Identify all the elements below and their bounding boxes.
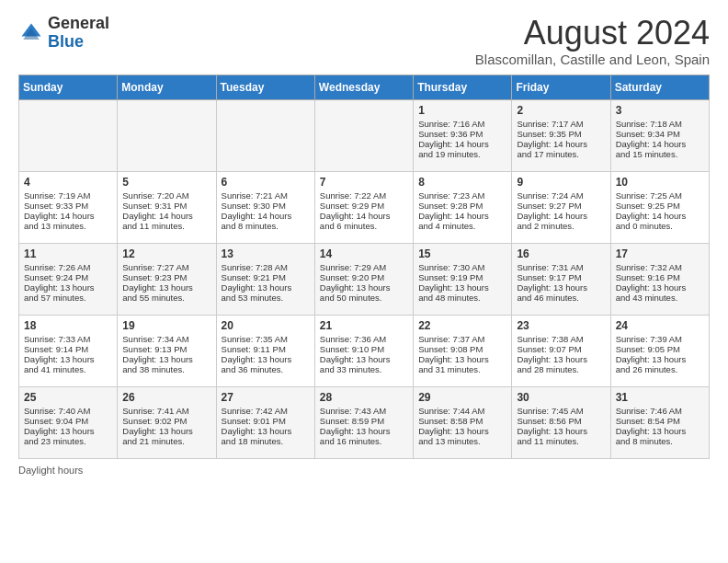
- logo-blue-text: Blue: [48, 33, 109, 52]
- day-info-line: Daylight: 13 hours: [222, 282, 311, 293]
- day-info-line: Daylight: 14 hours: [320, 211, 409, 221]
- day-info-line: Sunrise: 7:38 AM: [517, 334, 606, 344]
- calendar-cell: 9Sunrise: 7:24 AMSunset: 9:27 PMDaylight…: [512, 171, 610, 243]
- day-info-line: Sunrise: 7:22 AM: [320, 190, 409, 201]
- page: General Blue August 2024 Blascomillan, C…: [0, 0, 728, 485]
- day-info-line: Daylight: 13 hours: [320, 426, 409, 436]
- day-info-line: Sunset: 9:28 PM: [418, 201, 507, 211]
- daylight-label: Daylight hours: [18, 465, 83, 476]
- day-info-line: Sunset: 9:23 PM: [122, 272, 211, 282]
- day-number: 19: [122, 319, 211, 332]
- day-info-line: Sunrise: 7:34 AM: [122, 334, 211, 344]
- day-info-line: Daylight: 13 hours: [24, 426, 113, 436]
- logo-general-text: General: [48, 15, 109, 33]
- day-number: 9: [517, 176, 606, 189]
- day-info-line: Daylight: 13 hours: [517, 354, 606, 364]
- day-info-line: and 33 minutes.: [320, 364, 409, 374]
- calendar-cell: 29Sunrise: 7:44 AMSunset: 8:58 PMDayligh…: [414, 386, 512, 458]
- day-info-line: Sunrise: 7:21 AM: [222, 190, 311, 201]
- calendar-cell: 28Sunrise: 7:43 AMSunset: 8:59 PMDayligh…: [314, 386, 413, 458]
- calendar-cell: 31Sunrise: 7:46 AMSunset: 8:54 PMDayligh…: [610, 386, 709, 458]
- calendar-cell: 18Sunrise: 7:33 AMSunset: 9:14 PMDayligh…: [19, 315, 118, 386]
- day-info-line: and 38 minutes.: [122, 364, 211, 374]
- day-info-line: and 23 minutes.: [24, 436, 113, 446]
- day-info-line: Sunrise: 7:23 AM: [418, 190, 507, 201]
- logo-icon: [18, 20, 44, 46]
- day-info-line: Sunset: 9:01 PM: [222, 416, 311, 426]
- day-info-line: and 31 minutes.: [418, 364, 507, 374]
- day-info-line: and 41 minutes.: [24, 364, 113, 374]
- day-number: 16: [517, 247, 606, 260]
- calendar-day-header: Wednesday: [314, 75, 413, 99]
- calendar-cell: 26Sunrise: 7:41 AMSunset: 9:02 PMDayligh…: [118, 386, 216, 458]
- day-number: 22: [418, 319, 507, 332]
- day-number: 28: [320, 391, 409, 404]
- day-info-line: Sunrise: 7:24 AM: [517, 190, 606, 201]
- day-number: 10: [616, 176, 705, 189]
- calendar-day-header: Tuesday: [216, 75, 314, 99]
- day-info-line: Sunrise: 7:25 AM: [616, 190, 705, 201]
- calendar-cell: 11Sunrise: 7:26 AMSunset: 9:24 PMDayligh…: [19, 243, 118, 315]
- day-info-line: Sunset: 9:08 PM: [418, 344, 507, 354]
- day-info-line: Daylight: 14 hours: [24, 211, 113, 221]
- day-info-line: Daylight: 13 hours: [418, 426, 507, 436]
- day-info-line: and 4 minutes.: [418, 221, 507, 231]
- day-number: 29: [418, 391, 507, 404]
- day-number: 13: [222, 247, 311, 260]
- calendar-cell: [19, 99, 118, 171]
- day-info-line: Sunset: 8:54 PM: [616, 416, 705, 426]
- calendar-cell: 7Sunrise: 7:22 AMSunset: 9:29 PMDaylight…: [314, 171, 413, 243]
- calendar-cell: 8Sunrise: 7:23 AMSunset: 9:28 PMDaylight…: [414, 171, 512, 243]
- day-number: 27: [222, 391, 311, 404]
- day-info-line: Daylight: 13 hours: [517, 282, 606, 293]
- calendar-week-row: 11Sunrise: 7:26 AMSunset: 9:24 PMDayligh…: [19, 243, 710, 315]
- day-info-line: Sunrise: 7:44 AM: [418, 406, 507, 416]
- day-info-line: Sunrise: 7:40 AM: [24, 406, 113, 416]
- day-number: 8: [418, 176, 507, 189]
- day-info-line: Daylight: 14 hours: [616, 139, 705, 149]
- day-info-line: Sunrise: 7:28 AM: [222, 262, 311, 272]
- calendar-cell: 5Sunrise: 7:20 AMSunset: 9:31 PMDaylight…: [118, 171, 216, 243]
- header: General Blue August 2024 Blascomillan, C…: [18, 15, 710, 67]
- day-number: 4: [24, 176, 113, 189]
- day-info-line: Daylight: 13 hours: [418, 354, 507, 364]
- day-number: 20: [222, 319, 311, 332]
- day-info-line: Sunset: 9:31 PM: [122, 201, 211, 211]
- calendar-day-header: Saturday: [610, 75, 709, 99]
- day-info-line: Sunrise: 7:18 AM: [616, 119, 705, 129]
- day-info-line: Sunset: 9:10 PM: [320, 344, 409, 354]
- day-number: 14: [320, 247, 409, 260]
- day-info-line: Daylight: 13 hours: [24, 282, 113, 293]
- day-info-line: Sunset: 9:17 PM: [517, 272, 606, 282]
- day-info-line: Sunset: 9:35 PM: [517, 129, 606, 139]
- day-info-line: and 16 minutes.: [320, 436, 409, 446]
- day-info-line: Daylight: 14 hours: [122, 211, 211, 221]
- day-number: 18: [24, 319, 113, 332]
- day-info-line: Sunset: 8:59 PM: [320, 416, 409, 426]
- day-info-line: Sunrise: 7:27 AM: [122, 262, 211, 272]
- day-info-line: and 11 minutes.: [122, 221, 211, 231]
- calendar-cell: 27Sunrise: 7:42 AMSunset: 9:01 PMDayligh…: [216, 386, 314, 458]
- day-info-line: Sunset: 9:11 PM: [222, 344, 311, 354]
- day-info-line: and 19 minutes.: [418, 149, 507, 159]
- day-info-line: Sunrise: 7:36 AM: [320, 334, 409, 344]
- day-info-line: Sunrise: 7:30 AM: [418, 262, 507, 272]
- calendar-cell: 21Sunrise: 7:36 AMSunset: 9:10 PMDayligh…: [314, 315, 413, 386]
- day-number: 1: [418, 104, 507, 117]
- day-info-line: Daylight: 14 hours: [616, 211, 705, 221]
- calendar-header-row: SundayMondayTuesdayWednesdayThursdayFrid…: [19, 75, 710, 99]
- day-number: 21: [320, 319, 409, 332]
- day-info-line: Daylight: 13 hours: [222, 426, 311, 436]
- day-info-line: Sunset: 9:14 PM: [24, 344, 113, 354]
- day-info-line: Daylight: 14 hours: [517, 139, 606, 149]
- day-info-line: Sunset: 9:29 PM: [320, 201, 409, 211]
- day-number: 24: [616, 319, 705, 332]
- day-info-line: Sunrise: 7:20 AM: [122, 190, 211, 201]
- day-info-line: Sunrise: 7:35 AM: [222, 334, 311, 344]
- day-number: 3: [616, 104, 705, 117]
- day-info-line: and 17 minutes.: [517, 149, 606, 159]
- day-number: 5: [122, 176, 211, 189]
- day-info-line: Daylight: 13 hours: [320, 354, 409, 364]
- day-info-line: Sunset: 9:34 PM: [616, 129, 705, 139]
- day-info-line: Daylight: 14 hours: [222, 211, 311, 221]
